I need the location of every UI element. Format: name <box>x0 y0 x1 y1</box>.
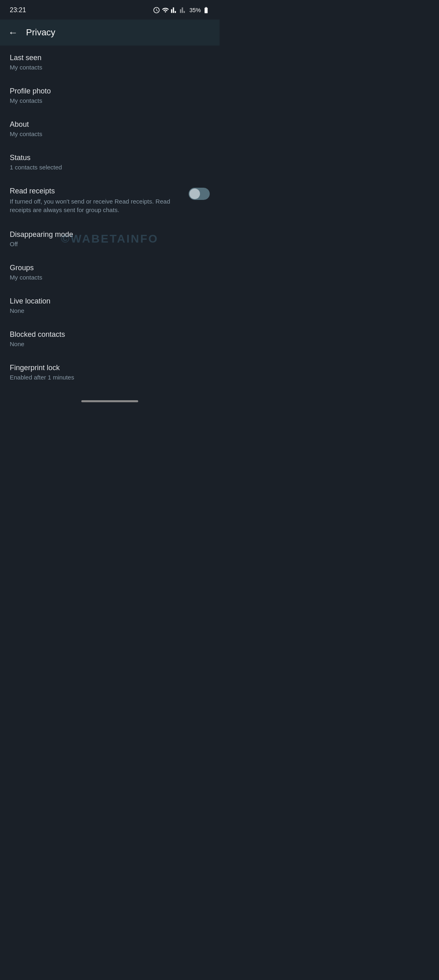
alarm-icon <box>153 7 160 14</box>
setting-fingerprint-lock-subtitle: Enabled after 1 minutes <box>10 374 210 381</box>
setting-fingerprint-lock-content: Fingerprint lock Enabled after 1 minutes <box>10 364 210 381</box>
setting-disappearing-mode[interactable]: Disappearing mode Off ©WABETAINFO <box>0 222 220 256</box>
setting-disappearing-mode-title: Disappearing mode <box>10 230 210 239</box>
setting-groups-title: Groups <box>10 264 210 272</box>
setting-status[interactable]: Status 1 contacts selected <box>0 145 220 179</box>
settings-list: Last seen My contacts Profile photo My c… <box>0 46 220 389</box>
setting-live-location-subtitle: None <box>10 307 210 314</box>
back-button[interactable] <box>7 26 20 39</box>
setting-blocked-contacts-content: Blocked contacts None <box>10 330 210 347</box>
setting-disappearing-mode-subtitle: Off <box>10 241 210 247</box>
setting-last-seen[interactable]: Last seen My contacts <box>0 46 220 79</box>
setting-fingerprint-lock-title: Fingerprint lock <box>10 364 210 372</box>
setting-blocked-contacts[interactable]: Blocked contacts None <box>0 322 220 356</box>
read-receipts-toggle-container <box>189 187 210 200</box>
battery-icon <box>202 7 210 14</box>
setting-about[interactable]: About My contacts <box>0 112 220 145</box>
setting-profile-photo-subtitle: My contacts <box>10 97 210 104</box>
setting-read-receipts-title: Read receipts <box>10 187 189 195</box>
setting-fingerprint-lock[interactable]: Fingerprint lock Enabled after 1 minutes <box>0 356 220 389</box>
signal2-icon <box>180 7 187 14</box>
nav-bar <box>0 397 220 408</box>
setting-groups-content: Groups My contacts <box>10 264 210 281</box>
setting-last-seen-content: Last seen My contacts <box>10 54 210 71</box>
setting-status-subtitle: 1 contacts selected <box>10 164 210 171</box>
setting-blocked-contacts-title: Blocked contacts <box>10 330 210 339</box>
nav-indicator <box>81 400 138 402</box>
setting-profile-photo-content: Profile photo My contacts <box>10 87 210 104</box>
setting-about-content: About My contacts <box>10 120 210 137</box>
setting-disappearing-mode-content: Disappearing mode Off <box>10 230 210 247</box>
wifi-icon <box>162 7 169 14</box>
setting-live-location-title: Live location <box>10 297 210 306</box>
setting-read-receipts-content: Read receipts If turned off, you won't s… <box>10 187 189 214</box>
status-time: 23:21 <box>10 7 26 14</box>
setting-read-receipts-subtitle: If turned off, you won't send or receive… <box>10 197 180 214</box>
status-icons: 35% <box>153 7 210 14</box>
setting-groups-subtitle: My contacts <box>10 274 210 281</box>
read-receipts-toggle[interactable] <box>189 188 210 200</box>
status-bar: 23:21 35% <box>0 0 220 20</box>
setting-profile-photo[interactable]: Profile photo My contacts <box>0 79 220 112</box>
setting-groups[interactable]: Groups My contacts <box>0 256 220 289</box>
setting-status-content: Status 1 contacts selected <box>10 154 210 171</box>
setting-about-title: About <box>10 120 210 129</box>
setting-last-seen-title: Last seen <box>10 54 210 62</box>
setting-live-location[interactable]: Live location None <box>0 289 220 322</box>
setting-live-location-content: Live location None <box>10 297 210 314</box>
page-title: Privacy <box>26 27 55 38</box>
setting-profile-photo-title: Profile photo <box>10 87 210 95</box>
setting-read-receipts[interactable]: Read receipts If turned off, you won't s… <box>0 179 220 222</box>
setting-status-title: Status <box>10 154 210 162</box>
setting-last-seen-subtitle: My contacts <box>10 64 210 71</box>
setting-about-subtitle: My contacts <box>10 130 210 137</box>
setting-blocked-contacts-subtitle: None <box>10 340 210 347</box>
battery-level: 35% <box>189 7 201 13</box>
signal-icon <box>171 7 178 14</box>
app-bar: Privacy <box>0 20 220 46</box>
toggle-knob <box>189 189 200 199</box>
